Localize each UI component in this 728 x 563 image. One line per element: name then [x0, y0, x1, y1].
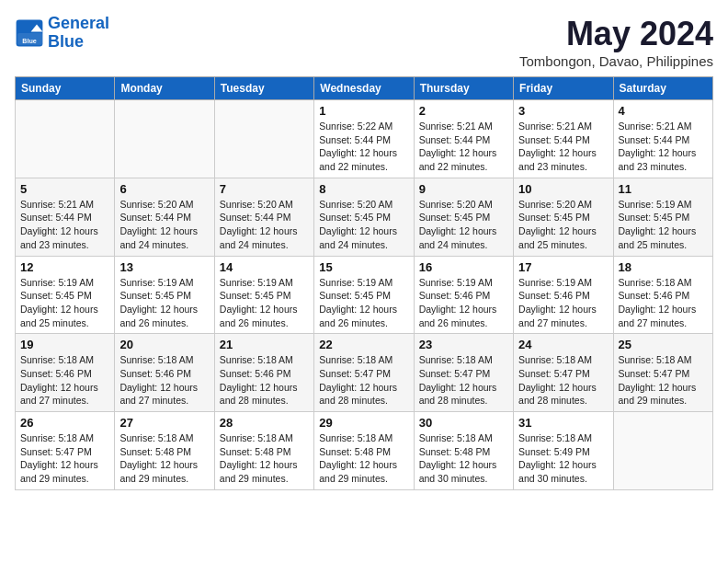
day-number: 21 [220, 338, 309, 351]
calendar-cell: 17Sunrise: 5:19 AM Sunset: 5:46 PM Dayli… [514, 256, 613, 334]
calendar-cell: 2Sunrise: 5:21 AM Sunset: 5:44 PM Daylig… [414, 100, 513, 178]
calendar-cell: 23Sunrise: 5:18 AM Sunset: 5:47 PM Dayli… [414, 334, 513, 412]
day-info: Sunrise: 5:20 AM Sunset: 5:44 PM Dayligh… [220, 198, 309, 252]
day-number: 30 [419, 416, 508, 430]
weekday-header: Tuesday [214, 77, 313, 100]
day-info: Sunrise: 5:19 AM Sunset: 5:46 PM Dayligh… [419, 276, 508, 330]
logo-text: General Blue [48, 15, 109, 52]
weekday-header: Thursday [414, 77, 513, 100]
day-number: 2 [419, 104, 508, 118]
day-number: 8 [319, 182, 408, 196]
weekday-header: Wednesday [314, 77, 414, 100]
day-number: 22 [319, 338, 408, 351]
day-number: 14 [220, 260, 309, 274]
day-number: 11 [619, 182, 708, 196]
calendar-cell: 5Sunrise: 5:21 AM Sunset: 5:44 PM Daylig… [16, 178, 115, 256]
calendar-cell: 14Sunrise: 5:19 AM Sunset: 5:45 PM Dayli… [214, 256, 313, 334]
day-number: 16 [419, 260, 508, 274]
calendar-cell [214, 100, 313, 178]
day-number: 18 [619, 260, 708, 274]
calendar-cell: 24Sunrise: 5:18 AM Sunset: 5:47 PM Dayli… [514, 334, 613, 412]
day-number: 1 [319, 104, 408, 118]
logo-icon: Blue [15, 18, 44, 48]
day-number: 3 [518, 104, 608, 118]
calendar-cell: 20Sunrise: 5:18 AM Sunset: 5:46 PM Dayli… [115, 334, 214, 412]
calendar-cell: 8Sunrise: 5:20 AM Sunset: 5:45 PM Daylig… [314, 178, 414, 256]
day-info: Sunrise: 5:18 AM Sunset: 5:47 PM Dayligh… [319, 353, 408, 408]
day-number: 25 [619, 338, 708, 351]
calendar-cell: 28Sunrise: 5:18 AM Sunset: 5:48 PM Dayli… [214, 412, 313, 490]
day-number: 29 [319, 416, 408, 430]
day-info: Sunrise: 5:19 AM Sunset: 5:45 PM Dayligh… [319, 276, 408, 330]
day-number: 9 [419, 182, 508, 196]
calendar-cell: 21Sunrise: 5:18 AM Sunset: 5:46 PM Dayli… [214, 334, 313, 412]
day-info: Sunrise: 5:18 AM Sunset: 5:48 PM Dayligh… [319, 431, 408, 486]
day-info: Sunrise: 5:20 AM Sunset: 5:45 PM Dayligh… [419, 198, 508, 252]
calendar-cell: 18Sunrise: 5:18 AM Sunset: 5:46 PM Dayli… [613, 256, 712, 334]
day-info: Sunrise: 5:18 AM Sunset: 5:46 PM Dayligh… [119, 353, 209, 408]
day-info: Sunrise: 5:20 AM Sunset: 5:44 PM Dayligh… [119, 198, 209, 252]
day-number: 7 [220, 182, 309, 196]
calendar-cell: 30Sunrise: 5:18 AM Sunset: 5:48 PM Dayli… [414, 412, 513, 490]
day-info: Sunrise: 5:18 AM Sunset: 5:46 PM Dayligh… [220, 353, 309, 408]
calendar-cell: 1Sunrise: 5:22 AM Sunset: 5:44 PM Daylig… [314, 100, 414, 178]
day-info: Sunrise: 5:21 AM Sunset: 5:44 PM Dayligh… [518, 120, 608, 174]
calendar-cell: 27Sunrise: 5:18 AM Sunset: 5:48 PM Dayli… [115, 412, 214, 490]
calendar-cell: 6Sunrise: 5:20 AM Sunset: 5:44 PM Daylig… [115, 178, 214, 256]
day-info: Sunrise: 5:19 AM Sunset: 5:45 PM Dayligh… [220, 276, 309, 330]
day-number: 31 [518, 416, 608, 430]
day-number: 4 [619, 104, 708, 118]
day-number: 12 [20, 260, 109, 274]
day-info: Sunrise: 5:18 AM Sunset: 5:48 PM Dayligh… [220, 431, 309, 486]
day-info: Sunrise: 5:21 AM Sunset: 5:44 PM Dayligh… [619, 120, 708, 174]
day-number: 28 [220, 416, 309, 430]
day-number: 10 [518, 182, 608, 196]
calendar-week-row: 5Sunrise: 5:21 AM Sunset: 5:44 PM Daylig… [16, 178, 713, 256]
day-number: 27 [119, 416, 209, 430]
day-info: Sunrise: 5:19 AM Sunset: 5:46 PM Dayligh… [518, 276, 608, 330]
logo: Blue General Blue [15, 15, 109, 52]
calendar-cell: 4Sunrise: 5:21 AM Sunset: 5:44 PM Daylig… [613, 100, 712, 178]
day-info: Sunrise: 5:18 AM Sunset: 5:47 PM Dayligh… [20, 431, 109, 486]
svg-text:Blue: Blue [22, 37, 37, 45]
day-info: Sunrise: 5:18 AM Sunset: 5:46 PM Dayligh… [20, 353, 109, 408]
day-number: 26 [20, 416, 109, 430]
day-info: Sunrise: 5:18 AM Sunset: 5:47 PM Dayligh… [419, 353, 508, 408]
calendar-week-row: 19Sunrise: 5:18 AM Sunset: 5:46 PM Dayli… [16, 334, 713, 412]
calendar-cell: 25Sunrise: 5:18 AM Sunset: 5:47 PM Dayli… [613, 334, 712, 412]
day-info: Sunrise: 5:19 AM Sunset: 5:45 PM Dayligh… [619, 198, 708, 252]
calendar-cell: 3Sunrise: 5:21 AM Sunset: 5:44 PM Daylig… [514, 100, 613, 178]
day-number: 13 [119, 260, 209, 274]
day-number: 23 [419, 338, 508, 351]
calendar-cell: 26Sunrise: 5:18 AM Sunset: 5:47 PM Dayli… [16, 412, 115, 490]
calendar-cell: 7Sunrise: 5:20 AM Sunset: 5:44 PM Daylig… [214, 178, 313, 256]
day-info: Sunrise: 5:18 AM Sunset: 5:48 PM Dayligh… [119, 431, 209, 486]
day-number: 19 [20, 338, 109, 351]
page-header: Blue General Blue May 2024 Tombongon, Da… [15, 15, 713, 69]
calendar-cell: 15Sunrise: 5:19 AM Sunset: 5:45 PM Dayli… [314, 256, 414, 334]
calendar-cell [16, 100, 115, 178]
weekday-header: Sunday [16, 77, 115, 100]
title-block: May 2024 Tombongon, Davao, Philippines [519, 15, 713, 69]
weekday-header: Friday [514, 77, 613, 100]
day-info: Sunrise: 5:20 AM Sunset: 5:45 PM Dayligh… [319, 198, 408, 252]
calendar-week-row: 26Sunrise: 5:18 AM Sunset: 5:47 PM Dayli… [16, 412, 713, 490]
day-number: 6 [119, 182, 209, 196]
calendar-week-row: 12Sunrise: 5:19 AM Sunset: 5:45 PM Dayli… [16, 256, 713, 334]
calendar-cell: 22Sunrise: 5:18 AM Sunset: 5:47 PM Dayli… [314, 334, 414, 412]
calendar-cell: 11Sunrise: 5:19 AM Sunset: 5:45 PM Dayli… [613, 178, 712, 256]
calendar-week-row: 1Sunrise: 5:22 AM Sunset: 5:44 PM Daylig… [16, 100, 713, 178]
month-title: May 2024 [519, 15, 713, 53]
logo-line2: Blue [48, 32, 84, 51]
day-number: 15 [319, 260, 408, 274]
day-info: Sunrise: 5:22 AM Sunset: 5:44 PM Dayligh… [319, 120, 408, 174]
calendar-cell: 10Sunrise: 5:20 AM Sunset: 5:45 PM Dayli… [514, 178, 613, 256]
day-number: 20 [119, 338, 209, 351]
calendar-cell: 12Sunrise: 5:19 AM Sunset: 5:45 PM Dayli… [16, 256, 115, 334]
logo-line1: General [48, 14, 109, 32]
calendar-cell: 29Sunrise: 5:18 AM Sunset: 5:48 PM Dayli… [314, 412, 414, 490]
day-info: Sunrise: 5:19 AM Sunset: 5:45 PM Dayligh… [20, 276, 109, 330]
weekday-header-row: SundayMondayTuesdayWednesdayThursdayFrid… [16, 77, 713, 100]
day-info: Sunrise: 5:18 AM Sunset: 5:48 PM Dayligh… [419, 431, 508, 486]
day-info: Sunrise: 5:18 AM Sunset: 5:47 PM Dayligh… [518, 353, 608, 408]
